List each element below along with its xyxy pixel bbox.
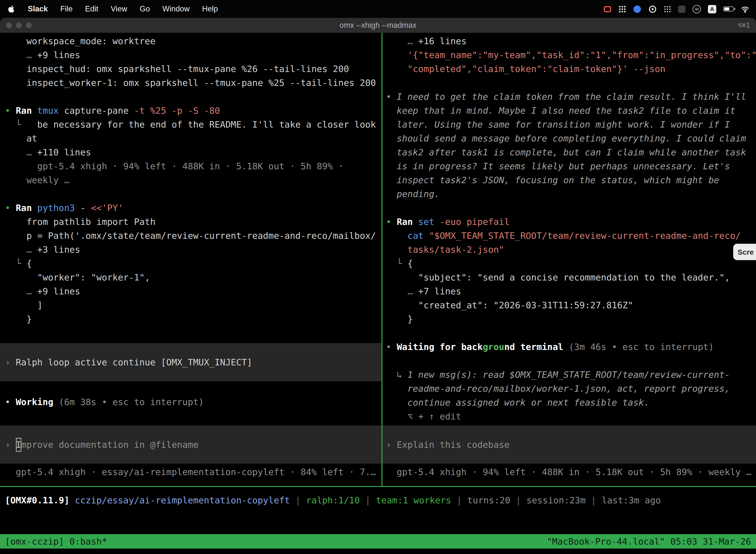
- text-segment: task2 after task1 is complete, but can I…: [386, 147, 746, 157]
- text-segment: ↳: [386, 369, 407, 380]
- terminal-line: "created_at": "2026-03-31T11:59:27.816Z": [386, 298, 756, 312]
- tmux-host-time: "MacBook-Pro-44.local" 05:03 31-Mar-26: [547, 536, 751, 547]
- text-segment: gpt-5.4 xhigh · essay/ai-reimplementatio…: [5, 466, 376, 477]
- keyboard-grid-icon[interactable]: [619, 5, 626, 13]
- text-segment: +7 lines: [418, 286, 461, 296]
- text-segment: set: [418, 216, 434, 227]
- terminal-line: continue assigned work or next feasible …: [386, 396, 756, 409]
- terminal-line: gpt-5.4 xhigh · 94% left · 488K in · 5.1…: [386, 465, 756, 479]
- dim-app-icon[interactable]: [678, 5, 686, 13]
- input-source-letter: A: [710, 6, 714, 12]
- inject-banner-band[interactable]: › Ralph loop active continue [OMX_TMUX_I…: [0, 343, 381, 381]
- text-segment: |: [510, 495, 526, 505]
- terminal-line: readme-and-reco/mailbox/worker-1.json, a…: [386, 382, 756, 396]
- text-segment: [386, 230, 407, 241]
- terminal-line: inspect_worker-1: omx sparkshell --tmux-…: [5, 76, 381, 90]
- text-segment: "subject": "send a concise recommendatio…: [386, 272, 730, 282]
- text-segment: -t %25 -p -S -80: [134, 105, 220, 116]
- text-segment: tmux: [37, 105, 59, 116]
- omx-status-line: [OMX#0.11.9] cczip/essay/ai-reimplementa…: [0, 487, 756, 521]
- menu-item-go[interactable]: Go: [140, 4, 150, 13]
- terminal-line: └ be necessary for the end of the README…: [5, 118, 381, 131]
- terminal-line: p = Path('.omx/state/team/review-current…: [5, 229, 381, 243]
- text-segment: "worker": "worker-1",: [5, 272, 150, 282]
- text-segment: +16 lines: [418, 36, 466, 46]
- text-segment: [OMX#0.11.9]: [5, 495, 75, 505]
- text-segment: gpt-5.4 xhigh · 94% left · 488K in · 5.1…: [5, 161, 343, 171]
- text-segment: +9 lines: [37, 286, 80, 296]
- tmux-pane-left[interactable]: workspace_mode: worktree … +9 lines insp…: [0, 33, 381, 486]
- terminal-line: … +9 lines: [5, 48, 381, 62]
- text-segment: '{"team_name":"my-team","task_id":"1","f…: [386, 50, 756, 60]
- minimize-button[interactable]: [16, 22, 22, 28]
- traffic-lights: [6, 18, 32, 33]
- close-button[interactable]: [6, 22, 12, 28]
- text-segment: +110 lines: [37, 147, 91, 157]
- terminal-line: should send a message before completing …: [386, 131, 756, 146]
- text-segment: at: [5, 133, 37, 144]
- text-segment: {: [26, 258, 32, 269]
- terminal-line: "completed","claim_token":"claim-token"}…: [386, 62, 756, 76]
- terminal-line: … +7 lines: [386, 284, 756, 298]
- wifi-icon[interactable]: [741, 5, 750, 13]
- menu-item-help[interactable]: Help: [202, 4, 218, 13]
- terminal-line: "subject": "send a concise recommendatio…: [386, 271, 756, 284]
- text-segment: turns:20: [467, 495, 510, 505]
- terminal-line: ⌥ + ↑ edit: [386, 409, 756, 424]
- text-segment: nd terminal: [504, 341, 563, 352]
- menu-item-edit[interactable]: Edit: [85, 4, 98, 13]
- battery-icon[interactable]: [723, 6, 734, 12]
- terminal-line: … +3 lines: [5, 243, 381, 257]
- text-segment: }: [5, 314, 32, 324]
- terminal-line: gpt-5.4 xhigh · 94% left · 488K in · 5.1…: [5, 159, 381, 173]
- menu-item-view[interactable]: View: [111, 4, 127, 13]
- text-segment: +3 lines: [37, 244, 80, 255]
- terminal-line: • Working (6m 38s • esc to interrupt): [5, 395, 381, 409]
- terminal-line: • I need to get the claim token from the…: [386, 90, 756, 104]
- prompt-input-band[interactable]: › Improve documentation in @filename: [0, 426, 381, 464]
- recording-indicator-icon[interactable]: [603, 5, 612, 13]
- prompt-input-band[interactable]: › Explain this codebase: [382, 426, 756, 464]
- text-segment: [424, 230, 429, 241]
- terminal-content[interactable]: workspace_mode: worktree … +9 lines insp…: [0, 33, 756, 486]
- text-segment: └: [5, 119, 37, 129]
- notification-text: Scre: [738, 248, 754, 256]
- window-title: omx --xhigh --madmax: [0, 21, 756, 30]
- text-segment: grou: [483, 341, 504, 352]
- terminal-line: "worker": "worker-1",: [5, 271, 381, 284]
- text-segment: inspect_hud: omx sparkshell --tmux-pane …: [5, 63, 349, 74]
- terminal-line: • Ran python3 - <<'PY': [5, 201, 381, 215]
- text-segment: ›: [5, 355, 16, 369]
- text-segment: ⌥ + ↑ edit: [386, 411, 461, 422]
- battery-gauge-icon[interactable]: .61: [693, 5, 701, 13]
- text-segment: inspect_worker-1: omx sparkshell --tmux-…: [5, 77, 376, 88]
- text-segment: team:1 workers: [376, 495, 451, 505]
- text-segment: Ralph loop active continue [OMX_TMUX_INJ…: [16, 355, 252, 369]
- blue-swirl-app-icon[interactable]: [633, 5, 641, 13]
- window-titlebar[interactable]: omx --xhigh --madmax ⌥⌘1: [0, 18, 756, 33]
- terminal-line: '{"team_name":"my-team","task_id":"1","f…: [386, 48, 756, 62]
- notification-banner[interactable]: Scre: [733, 244, 756, 260]
- tmux-pane-right[interactable]: … +16 lines '{"team_name":"my-team","tas…: [382, 33, 756, 486]
- text-segment: mprove documentation in @filename: [21, 438, 198, 451]
- terminal-line: keep that in mind. Maybe I also need the…: [386, 104, 756, 118]
- terminal-blank-line: [5, 381, 381, 395]
- text-segment: -: [75, 203, 91, 213]
- text-segment: …: [5, 286, 37, 296]
- text-segment: weekly …: [5, 175, 69, 185]
- text-segment: |: [586, 495, 602, 505]
- apple-menu-icon[interactable]: [8, 4, 15, 13]
- dots-grid-icon[interactable]: [664, 5, 671, 13]
- camera-ring-icon[interactable]: [648, 5, 657, 13]
- menu-app-name[interactable]: Slack: [28, 4, 48, 13]
- text-segment: …: [386, 36, 418, 46]
- zoom-button[interactable]: [26, 22, 32, 28]
- input-source-icon[interactable]: A: [708, 5, 716, 13]
- text-segment: (6m 38s • esc to interrupt): [53, 397, 204, 407]
- menu-item-window[interactable]: Window: [162, 4, 189, 13]
- terminal-blank-line: [386, 354, 756, 368]
- text-segment: last:3m ago: [602, 495, 661, 505]
- terminal-line: later. Using the same for transition mig…: [386, 118, 756, 131]
- menu-item-file[interactable]: File: [60, 4, 73, 13]
- terminal-line: … +16 lines: [386, 34, 756, 48]
